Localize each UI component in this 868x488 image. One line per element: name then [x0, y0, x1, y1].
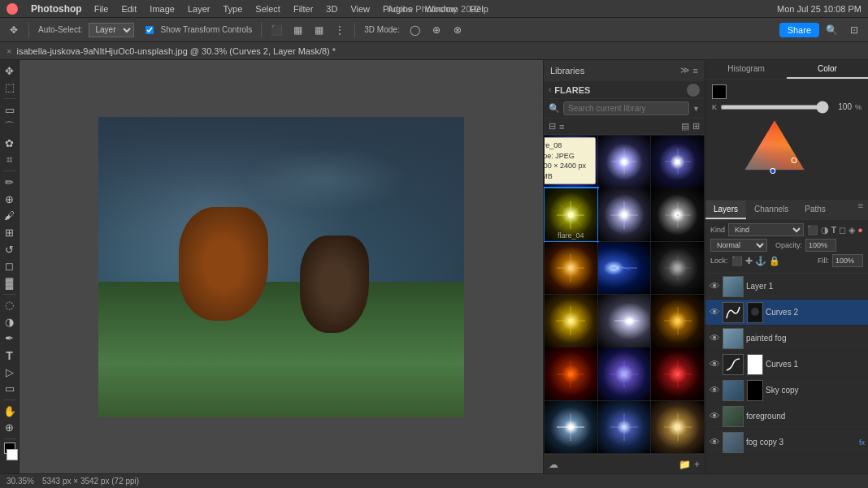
layer-vis-layer1[interactable]: 👁 — [709, 281, 720, 292]
lib-add-folder-btn[interactable]: 📁 — [679, 459, 691, 470]
filter-type-icon[interactable]: T — [831, 225, 837, 235]
share-button[interactable]: Share — [779, 23, 819, 37]
layer-vis-curves1[interactable]: 👁 — [709, 359, 720, 370]
3d-pan-btn[interactable]: ⊕ — [427, 21, 445, 39]
gradient-tool[interactable]: ▓ — [2, 275, 18, 291]
lib-add-btn[interactable]: + — [694, 459, 700, 470]
layer-vis-sky-copy[interactable]: 👁 — [709, 385, 720, 396]
k-slider[interactable] — [720, 105, 829, 110]
blur-tool[interactable]: ◌ — [2, 297, 18, 313]
zoom-tool[interactable]: ⊕ — [2, 421, 18, 436]
flare-cell-14[interactable] — [598, 348, 651, 400]
history-brush[interactable]: ↺ — [2, 242, 18, 257]
lock-pixels-icon[interactable]: ⬛ — [731, 256, 743, 266]
transform-controls-checkbox[interactable] — [145, 26, 154, 34]
eraser-tool[interactable]: ◻ — [2, 258, 18, 274]
3d-orbit-btn[interactable]: ◯ — [406, 21, 424, 39]
libraries-expand-btn[interactable]: ≫ — [680, 65, 690, 76]
flare-cell-11[interactable] — [598, 295, 651, 348]
flare-cell-09[interactable] — [651, 242, 704, 295]
color-fg-swatch[interactable] — [712, 84, 727, 99]
libraries-search-input[interactable] — [563, 101, 689, 115]
clone-tool[interactable]: ⊞ — [2, 225, 18, 240]
filter-btn[interactable]: ⊟ — [549, 121, 556, 132]
layer-vis-fog-copy3[interactable]: 👁 — [709, 437, 720, 448]
layer-vis-painted-fog[interactable]: 👁 — [709, 333, 720, 344]
libraries-back-btn[interactable]: ‹ — [549, 85, 551, 94]
fill-input[interactable] — [832, 254, 863, 267]
libraries-menu-btn[interactable]: ≡ — [693, 65, 698, 76]
tab-color[interactable]: Color — [787, 60, 868, 79]
lock-all-icon[interactable]: 🔒 — [769, 256, 780, 266]
menu-type[interactable]: Type — [220, 3, 245, 15]
search-dropdown-arrow[interactable]: ▼ — [692, 105, 700, 113]
flare-cell-07[interactable] — [545, 242, 597, 295]
quick-select-tool[interactable]: ✿ — [2, 136, 18, 151]
background-color[interactable] — [7, 449, 18, 460]
flare-cell-18[interactable] — [651, 401, 704, 454]
marquee-tool[interactable]: ▭ — [2, 102, 18, 118]
eyedropper-tool[interactable]: ✏ — [2, 175, 18, 190]
tab-channels[interactable]: Channels — [746, 201, 796, 219]
brush-tool[interactable]: 🖌 — [2, 209, 18, 224]
hand-tool[interactable]: ✋ — [2, 404, 18, 419]
tab-histogram[interactable]: Histogram — [705, 60, 787, 79]
tab-layers[interactable]: Layers — [705, 201, 746, 219]
flare-cell-02[interactable] — [598, 136, 651, 188]
layer-row-curves1[interactable]: 👁 Curves 1 — [705, 352, 868, 378]
dodge-tool[interactable]: ◑ — [2, 314, 18, 330]
tab-close-btn[interactable]: × — [7, 46, 11, 56]
flare-cell-15[interactable] — [651, 348, 704, 400]
flare-cell-10[interactable] — [545, 295, 597, 348]
pen-tool[interactable]: ✒ — [2, 331, 18, 347]
lib-cloud-btn[interactable]: ☁ — [549, 459, 558, 470]
filter-pixel-icon[interactable]: ⬛ — [807, 225, 818, 235]
filter-toggle-icon[interactable]: ● — [857, 225, 863, 235]
workspace-btn[interactable]: ⊡ — [845, 21, 863, 39]
layers-panel-menu-btn[interactable]: ≡ — [853, 201, 868, 219]
filter-shape-icon[interactable]: ◻ — [839, 225, 846, 235]
filter-smart-icon[interactable]: ◈ — [848, 225, 855, 235]
tab-paths[interactable]: Paths — [796, 201, 834, 219]
crop-tool[interactable]: ⌗ — [2, 153, 18, 168]
lock-artboard-icon[interactable]: ⚓ — [755, 256, 766, 266]
filter-adjust-icon[interactable]: ◑ — [821, 225, 829, 235]
layer-row-layer1[interactable]: 👁 Layer 1 — [705, 274, 868, 300]
heal-tool[interactable]: ⊕ — [2, 192, 18, 207]
flare-cell-08[interactable] — [598, 242, 651, 295]
blend-mode-select[interactable]: Normal — [710, 239, 767, 252]
flare-cell-17[interactable] — [598, 401, 651, 454]
sort-btn[interactable]: ≡ — [559, 122, 564, 132]
menu-view[interactable]: View — [348, 3, 372, 15]
path-select-tool[interactable]: ▷ — [2, 365, 18, 380]
grid-view-btn[interactable]: ⊞ — [692, 121, 700, 132]
menu-select[interactable]: Select — [253, 3, 283, 15]
align-center-btn[interactable]: ▦ — [289, 21, 306, 39]
move-tool[interactable]: ✥ — [2, 63, 18, 79]
align-left-btn[interactable]: ⬛ — [267, 21, 285, 39]
shape-tool[interactable]: ▭ — [2, 381, 18, 396]
flare-cell-06[interactable] — [651, 188, 704, 241]
move-tool-btn[interactable]: ✥ — [5, 21, 23, 39]
menu-image[interactable]: Image — [147, 3, 177, 15]
menu-edit[interactable]: Edit — [119, 3, 139, 15]
layer-kind-select[interactable]: Kind — [728, 223, 804, 236]
color-wheel-svg[interactable] — [742, 114, 807, 179]
menu-3d[interactable]: 3D — [323, 3, 340, 15]
list-view-btn[interactable]: ▤ — [681, 121, 689, 132]
layer-row-curves2[interactable]: 👁 Curves 2 — [705, 300, 868, 326]
flare-cell-04[interactable]: flare_04 — [545, 188, 597, 241]
flare-cell-16[interactable] — [545, 401, 597, 454]
layer-row-fog-copy3[interactable]: 👁 fog copy 3 fx — [705, 430, 868, 456]
flare-cell-01[interactable]: flare_08 Type: JPEG 3500 × 2400 px 1 MB — [545, 136, 597, 188]
layer-vis-foreground[interactable]: 👁 — [709, 411, 720, 422]
layer-row-foreground[interactable]: 👁 foreground — [705, 404, 868, 430]
flare-cell-12[interactable] — [651, 295, 704, 348]
lasso-tool[interactable]: ⌒ — [2, 119, 18, 135]
menu-layer[interactable]: Layer — [185, 3, 213, 15]
flare-cell-05[interactable] — [598, 188, 651, 241]
menu-file[interactable]: File — [92, 3, 111, 15]
search-btn[interactable]: 🔍 — [822, 21, 840, 39]
layer-row-painted-fog[interactable]: 👁 painted fog — [705, 326, 868, 352]
distribute-btn[interactable]: ⋮ — [331, 21, 349, 39]
